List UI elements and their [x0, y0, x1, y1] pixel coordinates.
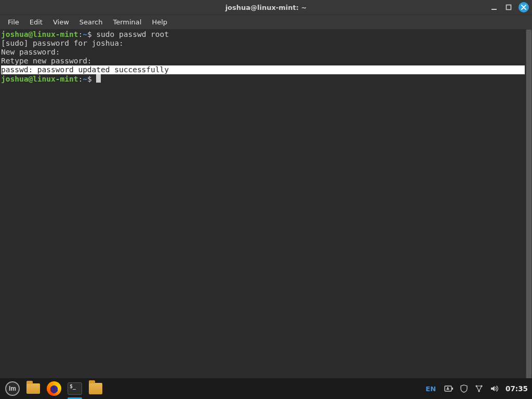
- menu-search[interactable]: Search: [75, 17, 108, 28]
- svg-rect-5: [447, 389, 449, 390]
- minimize-button[interactable]: [489, 3, 499, 12]
- window-title: joshua@linux-mint: ~: [0, 4, 532, 11]
- prompt-path: ~: [83, 30, 87, 38]
- battery-icon[interactable]: [444, 385, 454, 392]
- mint-logo-icon: lm: [5, 381, 20, 396]
- prompt-user-host-2: joshua@linux-mint: [1, 75, 78, 83]
- scrollbar-thumb[interactable]: [526, 30, 531, 379]
- svg-rect-0: [491, 9, 497, 10]
- menu-help[interactable]: Help: [147, 17, 172, 28]
- terminal-viewport[interactable]: joshua@linux-mint:~$ sudo passwd root [s…: [0, 29, 532, 378]
- desktop: joshua@linux-mint: ~ File Edit View Sear…: [0, 0, 532, 399]
- output-retype-password: Retype new password:: [1, 57, 96, 65]
- scrollbar[interactable]: [526, 29, 532, 378]
- firefox-icon: [47, 381, 61, 396]
- titlebar[interactable]: joshua@linux-mint: ~: [0, 0, 532, 15]
- clock[interactable]: 07:35: [506, 384, 528, 393]
- svg-rect-1: [507, 5, 511, 10]
- maximize-button[interactable]: [504, 3, 513, 12]
- files-launcher[interactable]: [87, 380, 104, 397]
- terminal-launcher[interactable]: [66, 380, 83, 397]
- output-new-password: New password:: [1, 48, 64, 56]
- volume-icon[interactable]: [490, 384, 499, 393]
- taskbar-right: EN 07:35: [423, 384, 528, 394]
- shield-icon[interactable]: [460, 384, 468, 393]
- taskbar: lm EN: [0, 378, 532, 399]
- terminal-output[interactable]: joshua@linux-mint:~$ sudo passwd root [s…: [0, 29, 526, 378]
- prompt-user-host: joshua@linux-mint: [1, 30, 78, 38]
- terminal-icon: [68, 382, 82, 395]
- close-button[interactable]: [518, 2, 529, 12]
- taskbar-left: lm: [4, 380, 104, 397]
- menu-view[interactable]: View: [48, 17, 74, 28]
- svg-rect-4: [447, 387, 448, 389]
- files-icon: [89, 383, 102, 394]
- menu-terminal[interactable]: Terminal: [108, 17, 146, 28]
- cursor-icon: [96, 74, 101, 83]
- start-menu-button[interactable]: lm: [4, 380, 21, 397]
- menubar: File Edit View Search Terminal Help: [0, 15, 532, 29]
- keyboard-layout-indicator[interactable]: EN: [423, 384, 438, 394]
- network-icon[interactable]: [474, 384, 484, 393]
- folder-icon: [26, 383, 40, 394]
- terminal-window: joshua@linux-mint: ~ File Edit View Sear…: [0, 0, 532, 378]
- menu-edit[interactable]: Edit: [25, 17, 47, 28]
- command-1: sudo passwd root: [96, 30, 169, 38]
- prompt-symbol: $: [87, 30, 92, 38]
- svg-rect-3: [452, 388, 453, 390]
- prompt-sep: :: [78, 30, 83, 38]
- firefox-launcher[interactable]: [46, 380, 62, 397]
- window-controls: [489, 2, 529, 12]
- show-desktop-button[interactable]: [25, 380, 42, 397]
- output-success-highlight: passwd: password updated successfully: [1, 65, 525, 74]
- menu-file[interactable]: File: [3, 17, 24, 28]
- system-tray: [444, 384, 499, 393]
- output-sudo-prompt: [sudo] password for joshua:: [1, 39, 128, 47]
